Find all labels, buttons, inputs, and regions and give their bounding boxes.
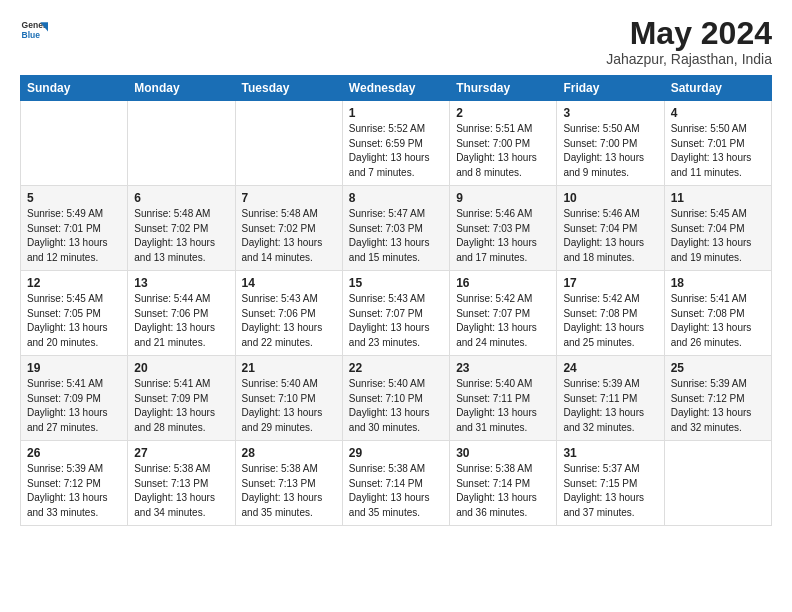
day-cell-29: 29Sunrise: 5:38 AMSunset: 7:14 PMDayligh…	[342, 441, 449, 526]
sunrise-text: Sunrise: 5:41 AM	[27, 377, 121, 392]
sunset-text: Sunset: 7:14 PM	[456, 477, 550, 492]
day-number: 29	[349, 446, 443, 460]
day-number: 20	[134, 361, 228, 375]
cell-content: Sunrise: 5:40 AMSunset: 7:10 PMDaylight:…	[349, 377, 443, 435]
sunset-text: Sunset: 7:01 PM	[671, 137, 765, 152]
daylight-text: Daylight: 13 hours and 12 minutes.	[27, 236, 121, 265]
day-cell-4: 4Sunrise: 5:50 AMSunset: 7:01 PMDaylight…	[664, 101, 771, 186]
day-number: 1	[349, 106, 443, 120]
sunset-text: Sunset: 7:04 PM	[671, 222, 765, 237]
header-day-friday: Friday	[557, 76, 664, 101]
day-number: 27	[134, 446, 228, 460]
location: Jahazpur, Rajasthan, India	[606, 51, 772, 67]
svg-text:Blue: Blue	[22, 30, 41, 40]
daylight-text: Daylight: 13 hours and 25 minutes.	[563, 321, 657, 350]
daylight-text: Daylight: 13 hours and 27 minutes.	[27, 406, 121, 435]
sunrise-text: Sunrise: 5:43 AM	[242, 292, 336, 307]
day-cell-3: 3Sunrise: 5:50 AMSunset: 7:00 PMDaylight…	[557, 101, 664, 186]
header-day-tuesday: Tuesday	[235, 76, 342, 101]
daylight-text: Daylight: 13 hours and 21 minutes.	[134, 321, 228, 350]
week-row-4: 19Sunrise: 5:41 AMSunset: 7:09 PMDayligh…	[21, 356, 772, 441]
day-number: 18	[671, 276, 765, 290]
sunrise-text: Sunrise: 5:48 AM	[134, 207, 228, 222]
sunset-text: Sunset: 7:15 PM	[563, 477, 657, 492]
sunset-text: Sunset: 7:00 PM	[456, 137, 550, 152]
day-cell-20: 20Sunrise: 5:41 AMSunset: 7:09 PMDayligh…	[128, 356, 235, 441]
week-row-1: 1Sunrise: 5:52 AMSunset: 6:59 PMDaylight…	[21, 101, 772, 186]
day-number: 31	[563, 446, 657, 460]
sunrise-text: Sunrise: 5:50 AM	[671, 122, 765, 137]
sunset-text: Sunset: 7:03 PM	[456, 222, 550, 237]
day-cell-28: 28Sunrise: 5:38 AMSunset: 7:13 PMDayligh…	[235, 441, 342, 526]
cell-content: Sunrise: 5:47 AMSunset: 7:03 PMDaylight:…	[349, 207, 443, 265]
day-number: 8	[349, 191, 443, 205]
sunset-text: Sunset: 7:11 PM	[456, 392, 550, 407]
sunrise-text: Sunrise: 5:45 AM	[671, 207, 765, 222]
day-cell-27: 27Sunrise: 5:38 AMSunset: 7:13 PMDayligh…	[128, 441, 235, 526]
daylight-text: Daylight: 13 hours and 9 minutes.	[563, 151, 657, 180]
cell-content: Sunrise: 5:50 AMSunset: 7:00 PMDaylight:…	[563, 122, 657, 180]
sunset-text: Sunset: 7:07 PM	[349, 307, 443, 322]
day-cell-10: 10Sunrise: 5:46 AMSunset: 7:04 PMDayligh…	[557, 186, 664, 271]
day-cell-5: 5Sunrise: 5:49 AMSunset: 7:01 PMDaylight…	[21, 186, 128, 271]
daylight-text: Daylight: 13 hours and 24 minutes.	[456, 321, 550, 350]
day-number: 28	[242, 446, 336, 460]
sunset-text: Sunset: 7:08 PM	[563, 307, 657, 322]
cell-content: Sunrise: 5:42 AMSunset: 7:08 PMDaylight:…	[563, 292, 657, 350]
daylight-text: Daylight: 13 hours and 35 minutes.	[242, 491, 336, 520]
sunset-text: Sunset: 7:07 PM	[456, 307, 550, 322]
sunrise-text: Sunrise: 5:39 AM	[563, 377, 657, 392]
daylight-text: Daylight: 13 hours and 22 minutes.	[242, 321, 336, 350]
sunrise-text: Sunrise: 5:38 AM	[349, 462, 443, 477]
day-number: 30	[456, 446, 550, 460]
sunset-text: Sunset: 7:02 PM	[134, 222, 228, 237]
day-number: 12	[27, 276, 121, 290]
daylight-text: Daylight: 13 hours and 28 minutes.	[134, 406, 228, 435]
day-cell-22: 22Sunrise: 5:40 AMSunset: 7:10 PMDayligh…	[342, 356, 449, 441]
daylight-text: Daylight: 13 hours and 36 minutes.	[456, 491, 550, 520]
day-number: 16	[456, 276, 550, 290]
day-number: 17	[563, 276, 657, 290]
sunrise-text: Sunrise: 5:46 AM	[563, 207, 657, 222]
cell-content: Sunrise: 5:49 AMSunset: 7:01 PMDaylight:…	[27, 207, 121, 265]
day-cell-30: 30Sunrise: 5:38 AMSunset: 7:14 PMDayligh…	[450, 441, 557, 526]
sunset-text: Sunset: 7:10 PM	[349, 392, 443, 407]
sunset-text: Sunset: 7:09 PM	[134, 392, 228, 407]
day-number: 23	[456, 361, 550, 375]
header: General Blue May 2024 Jahazpur, Rajastha…	[20, 16, 772, 67]
daylight-text: Daylight: 13 hours and 31 minutes.	[456, 406, 550, 435]
sunrise-text: Sunrise: 5:45 AM	[27, 292, 121, 307]
daylight-text: Daylight: 13 hours and 23 minutes.	[349, 321, 443, 350]
daylight-text: Daylight: 13 hours and 14 minutes.	[242, 236, 336, 265]
cell-content: Sunrise: 5:48 AMSunset: 7:02 PMDaylight:…	[242, 207, 336, 265]
day-cell-13: 13Sunrise: 5:44 AMSunset: 7:06 PMDayligh…	[128, 271, 235, 356]
cell-content: Sunrise: 5:45 AMSunset: 7:04 PMDaylight:…	[671, 207, 765, 265]
daylight-text: Daylight: 13 hours and 26 minutes.	[671, 321, 765, 350]
cell-content: Sunrise: 5:46 AMSunset: 7:03 PMDaylight:…	[456, 207, 550, 265]
day-number: 15	[349, 276, 443, 290]
cell-content: Sunrise: 5:50 AMSunset: 7:01 PMDaylight:…	[671, 122, 765, 180]
day-number: 26	[27, 446, 121, 460]
empty-cell	[21, 101, 128, 186]
sunrise-text: Sunrise: 5:49 AM	[27, 207, 121, 222]
day-number: 24	[563, 361, 657, 375]
sunset-text: Sunset: 7:12 PM	[671, 392, 765, 407]
daylight-text: Daylight: 13 hours and 32 minutes.	[563, 406, 657, 435]
cell-content: Sunrise: 5:39 AMSunset: 7:11 PMDaylight:…	[563, 377, 657, 435]
sunset-text: Sunset: 7:06 PM	[242, 307, 336, 322]
day-number: 11	[671, 191, 765, 205]
week-row-5: 26Sunrise: 5:39 AMSunset: 7:12 PMDayligh…	[21, 441, 772, 526]
empty-cell	[235, 101, 342, 186]
sunrise-text: Sunrise: 5:41 AM	[671, 292, 765, 307]
daylight-text: Daylight: 13 hours and 19 minutes.	[671, 236, 765, 265]
sunset-text: Sunset: 7:08 PM	[671, 307, 765, 322]
day-cell-11: 11Sunrise: 5:45 AMSunset: 7:04 PMDayligh…	[664, 186, 771, 271]
day-number: 3	[563, 106, 657, 120]
daylight-text: Daylight: 13 hours and 20 minutes.	[27, 321, 121, 350]
daylight-text: Daylight: 13 hours and 13 minutes.	[134, 236, 228, 265]
day-number: 2	[456, 106, 550, 120]
sunset-text: Sunset: 7:03 PM	[349, 222, 443, 237]
cell-content: Sunrise: 5:41 AMSunset: 7:09 PMDaylight:…	[134, 377, 228, 435]
sunrise-text: Sunrise: 5:37 AM	[563, 462, 657, 477]
day-number: 7	[242, 191, 336, 205]
